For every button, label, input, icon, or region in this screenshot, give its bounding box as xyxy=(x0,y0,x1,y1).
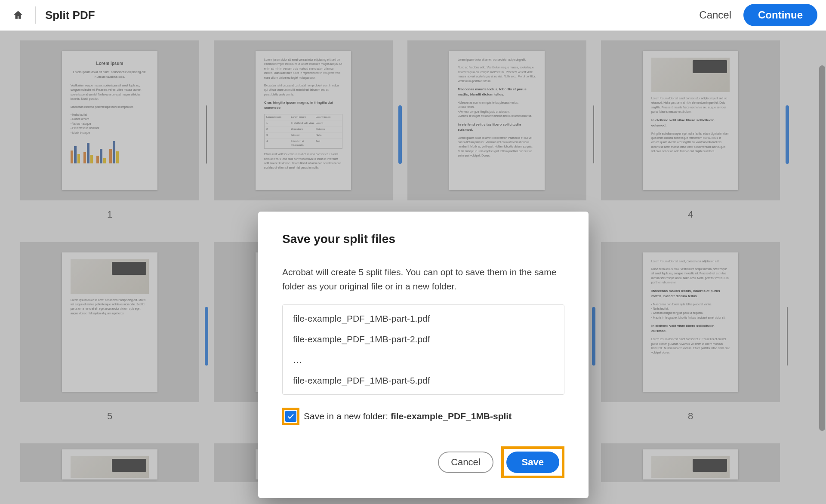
modal-save-button[interactable]: Save xyxy=(506,452,559,473)
header-right: Cancel Continue xyxy=(699,4,817,26)
scrollbar[interactable] xyxy=(818,31,826,504)
folder-option-row: Save in a new folder: file-example_PDF_1… xyxy=(282,408,564,425)
header-bar: Split PDF Cancel Continue xyxy=(0,0,826,31)
save-new-folder-checkbox[interactable] xyxy=(285,411,296,422)
file-list: file-example_PDF_1MB-part-1.pdf file-exa… xyxy=(282,304,564,395)
modal-divider xyxy=(282,254,564,254)
highlight-box xyxy=(282,408,299,425)
file-list-item: … xyxy=(283,350,564,370)
header-cancel-link[interactable]: Cancel xyxy=(699,9,731,21)
page-title: Split PDF xyxy=(45,9,95,22)
file-list-item: file-example_PDF_1MB-part-2.pdf xyxy=(283,329,564,350)
continue-button[interactable]: Continue xyxy=(743,4,817,26)
work-area: Lorem ipsum Lorem ipsum dolor sit amet, … xyxy=(0,31,826,504)
save-modal: Save your split files Acrobat will creat… xyxy=(258,212,589,498)
home-button[interactable] xyxy=(10,7,26,23)
header-divider xyxy=(35,6,36,24)
modal-cancel-button[interactable]: Cancel xyxy=(438,452,493,473)
file-list-item: file-example_PDF_1MB-part-1.pdf xyxy=(283,308,564,329)
folder-label-prefix: Save in a new folder: xyxy=(304,411,391,421)
highlight-box: Save xyxy=(501,446,564,478)
modal-title: Save your split files xyxy=(282,232,564,246)
file-list-item: file-example_PDF_1MB-part-5.pdf xyxy=(283,370,564,391)
header-left: Split PDF xyxy=(10,6,95,24)
folder-label: Save in a new folder: file-example_PDF_1… xyxy=(304,411,512,421)
folder-name: file-example_PDF_1MB-split xyxy=(391,411,512,421)
modal-actions: Cancel Save xyxy=(282,446,564,478)
checkmark-icon xyxy=(287,412,295,420)
modal-description: Acrobat will create 5 split files. You c… xyxy=(282,265,564,293)
scrollbar-thumb[interactable] xyxy=(819,65,825,431)
home-icon xyxy=(12,9,24,21)
